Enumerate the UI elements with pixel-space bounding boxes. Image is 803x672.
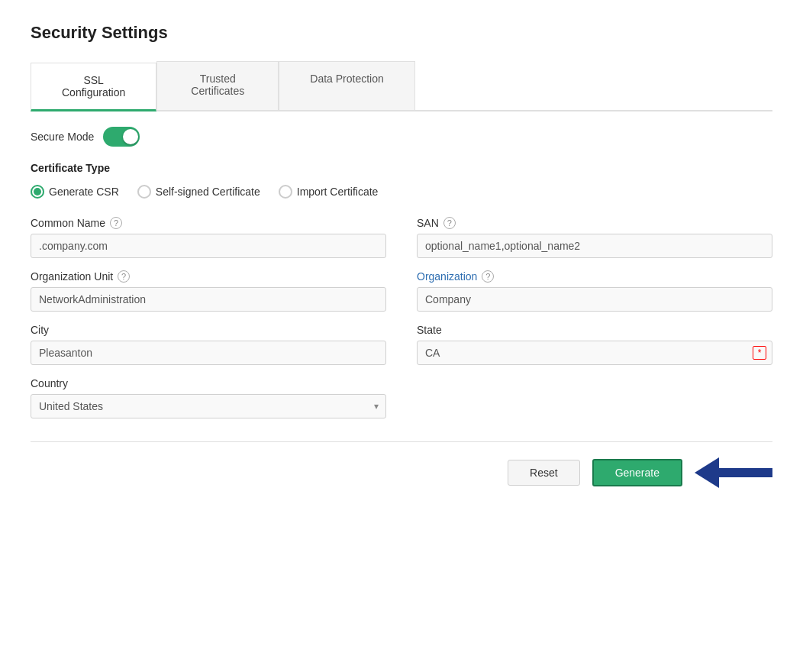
radio-dot-generate-csr (34, 188, 41, 195)
state-input-wrapper: * (417, 341, 772, 365)
form-grid: Common Name ? SAN ? Organization Unit ? … (31, 217, 772, 418)
san-input[interactable] (417, 234, 772, 258)
generate-button[interactable]: Generate (592, 459, 682, 486)
common-name-label: Common Name (31, 217, 105, 229)
radio-circle-import (279, 185, 292, 199)
form-group-san: SAN ? (417, 217, 772, 258)
secure-mode-toggle[interactable] (103, 127, 140, 147)
organization-label-row: Organization ? (417, 270, 772, 283)
form-group-common-name: Common Name ? (31, 217, 386, 258)
tab-spacer (415, 61, 772, 110)
organization-input[interactable] (417, 287, 772, 312)
city-label: City (31, 324, 49, 336)
org-unit-help-icon[interactable]: ? (118, 270, 130, 283)
secure-mode-row: Secure Mode (31, 127, 772, 147)
tab-trusted-certificates[interactable]: TrustedCertificates (156, 61, 279, 110)
tab-data-protection[interactable]: Data Protection (279, 61, 415, 110)
radio-circle-generate-csr (31, 185, 44, 199)
page-title: Security Settings (31, 23, 772, 43)
certificate-type-group: Generate CSR Self-signed Certificate Imp… (31, 185, 772, 199)
radio-label-self-signed: Self-signed Certificate (156, 186, 260, 198)
state-label-row: State (417, 324, 772, 336)
generate-arrow-indicator (695, 457, 772, 488)
country-select[interactable]: United States Canada United Kingdom Germ… (31, 394, 386, 418)
footer-divider (31, 441, 772, 442)
common-name-input[interactable] (31, 234, 386, 258)
org-unit-label-row: Organization Unit ? (31, 270, 386, 283)
form-group-city: City (31, 324, 386, 365)
state-input[interactable] (417, 341, 772, 365)
radio-generate-csr[interactable]: Generate CSR (31, 185, 119, 199)
radio-self-signed[interactable]: Self-signed Certificate (137, 185, 260, 199)
required-star-icon: * (753, 346, 766, 360)
org-unit-label: Organization Unit (31, 270, 113, 283)
arrow-shaft (719, 468, 772, 477)
san-label: SAN (417, 217, 439, 229)
common-name-label-row: Common Name ? (31, 217, 386, 229)
form-group-country: Country United States Canada United King… (31, 377, 386, 418)
common-name-help-icon[interactable]: ? (110, 217, 122, 229)
arrow-tip (695, 457, 719, 488)
form-group-org-unit: Organization Unit ? (31, 270, 386, 312)
radio-label-import: Import Certificate (297, 186, 379, 198)
country-select-wrapper: United States Canada United Kingdom Germ… (31, 394, 386, 418)
radio-circle-self-signed (137, 185, 151, 199)
reset-button[interactable]: Reset (508, 460, 580, 486)
form-group-state: State * (417, 324, 772, 365)
radio-import-cert[interactable]: Import Certificate (279, 185, 379, 199)
country-label-row: Country (31, 377, 386, 389)
san-label-row: SAN ? (417, 217, 772, 229)
secure-mode-label: Secure Mode (31, 131, 94, 143)
state-label: State (417, 324, 442, 336)
certificate-type-label: Certificate Type (31, 162, 772, 174)
country-label: Country (31, 377, 68, 389)
organization-help-icon[interactable]: ? (482, 270, 494, 283)
organization-label: Organization (417, 270, 477, 283)
form-group-organization: Organization ? (417, 270, 772, 312)
radio-label-generate-csr: Generate CSR (49, 186, 119, 198)
org-unit-input[interactable] (31, 287, 386, 312)
tab-bar: SSLConfiguration TrustedCertificates Dat… (31, 61, 772, 111)
san-help-icon[interactable]: ? (443, 217, 456, 229)
city-input[interactable] (31, 341, 386, 365)
footer-buttons: Reset Generate (31, 457, 772, 488)
tab-ssl-configuration[interactable]: SSLConfiguration (31, 63, 156, 111)
city-label-row: City (31, 324, 386, 336)
